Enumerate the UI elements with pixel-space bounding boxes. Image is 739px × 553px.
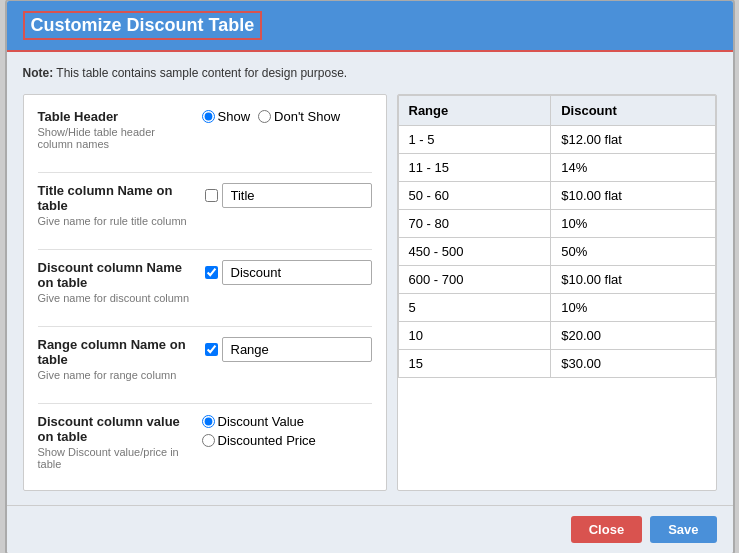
range-column-labels: Range column Name on table Give name for… <box>38 337 195 387</box>
range-column-sublabel: Give name for range column <box>38 369 195 381</box>
show-radio-text: Show <box>218 109 251 124</box>
show-radio-label[interactable]: Show <box>202 109 251 124</box>
title-column-controls <box>205 183 372 208</box>
note-content: This table contains sample content for d… <box>56 66 347 80</box>
table-header-row-el: Range Discount <box>398 95 715 125</box>
range-column-row: Range column Name on table Give name for… <box>38 337 372 387</box>
table-cell: $20.00 <box>551 321 715 349</box>
table-header-labels: Table Header Show/Hide table header colu… <box>38 109 192 156</box>
modal-container: Customize Discount Table Note: This tabl… <box>5 0 735 553</box>
table-cell: $10.00 flat <box>551 181 715 209</box>
range-column-label: Range column Name on table <box>38 337 195 367</box>
range-column-header: Range <box>398 95 551 125</box>
range-column-input[interactable] <box>222 337 372 362</box>
title-column-labels: Title column Name on table Give name for… <box>38 183 195 233</box>
discounted-price-radio-text: Discounted Price <box>218 433 316 448</box>
modal-body: Note: This table contains sample content… <box>7 52 733 505</box>
note-label: Note: <box>23 66 54 80</box>
table-cell: 50% <box>551 237 715 265</box>
table-cell: 600 - 700 <box>398 265 551 293</box>
table-cell: 1 - 5 <box>398 125 551 153</box>
discount-value-labels: Discount column value on table Show Disc… <box>38 414 192 476</box>
dont-show-radio-text: Don't Show <box>274 109 340 124</box>
close-button[interactable]: Close <box>571 516 642 543</box>
discount-value-label: Discount column value on table <box>38 414 192 444</box>
range-column-controls <box>205 337 372 362</box>
title-column-label: Title column Name on table <box>38 183 195 213</box>
table-cell: 10% <box>551 293 715 321</box>
table-cell: 11 - 15 <box>398 153 551 181</box>
table-cell: 450 - 500 <box>398 237 551 265</box>
show-radio[interactable] <box>202 110 215 123</box>
discount-value-radio-label[interactable]: Discount Value <box>202 414 304 429</box>
discount-column-sublabel: Give name for discount column <box>38 292 195 304</box>
discount-column-header: Discount <box>551 95 715 125</box>
discount-value-radio[interactable] <box>202 415 215 428</box>
title-column-row: Title column Name on table Give name for… <box>38 183 372 233</box>
table-cell: 50 - 60 <box>398 181 551 209</box>
discount-column-controls <box>205 260 372 285</box>
table-cell: $12.00 flat <box>551 125 715 153</box>
title-column-group: Title column Name on table Give name for… <box>38 183 372 233</box>
table-row: 15$30.00 <box>398 349 715 377</box>
discount-column-row: Discount column Name on table Give name … <box>38 260 372 310</box>
title-column-checkbox[interactable] <box>205 189 218 202</box>
dont-show-radio[interactable] <box>258 110 271 123</box>
discount-column-labels: Discount column Name on table Give name … <box>38 260 195 310</box>
discounted-price-radio-label[interactable]: Discounted Price <box>202 433 316 448</box>
table-row: 450 - 50050% <box>398 237 715 265</box>
show-hide-radio-group: Show Don't Show <box>202 109 341 124</box>
range-column-group: Range column Name on table Give name for… <box>38 337 372 387</box>
dont-show-radio-label[interactable]: Don't Show <box>258 109 340 124</box>
discounted-price-radio[interactable] <box>202 434 215 447</box>
table-cell: 15 <box>398 349 551 377</box>
table-row: 1 - 5$12.00 flat <box>398 125 715 153</box>
table-header-group: Table Header Show/Hide table header colu… <box>38 109 372 156</box>
discount-column-input[interactable] <box>222 260 372 285</box>
table-cell: 10 <box>398 321 551 349</box>
discount-value-controls: Discount Value Discounted Price <box>202 414 372 448</box>
modal-header: Customize Discount Table <box>7 1 733 52</box>
note-text: Note: This table contains sample content… <box>23 66 717 80</box>
table-cell: $30.00 <box>551 349 715 377</box>
table-cell: 70 - 80 <box>398 209 551 237</box>
table-header-label: Table Header <box>38 109 192 124</box>
table-cell: 5 <box>398 293 551 321</box>
table-row: 50 - 60$10.00 flat <box>398 181 715 209</box>
discount-value-group: Discount column value on table Show Disc… <box>38 414 372 476</box>
discount-column-checkbox[interactable] <box>205 266 218 279</box>
title-column-sublabel: Give name for rule title column <box>38 215 195 227</box>
title-column-input[interactable] <box>222 183 372 208</box>
discount-value-row: Discount column value on table Show Disc… <box>38 414 372 476</box>
table-cell: 10% <box>551 209 715 237</box>
discount-value-radio-text: Discount Value <box>218 414 304 429</box>
table-row: 600 - 700$10.00 flat <box>398 265 715 293</box>
preview-table-panel: Range Discount 1 - 5$12.00 flat11 - 1514… <box>397 94 717 491</box>
modal-footer: Close Save <box>7 505 733 553</box>
table-header-row: Table Header Show/Hide table header colu… <box>38 109 372 156</box>
discount-value-sublabel: Show Discount value/price in table <box>38 446 192 470</box>
left-panel: Table Header Show/Hide table header colu… <box>23 94 387 491</box>
discount-preview-table: Range Discount 1 - 5$12.00 flat11 - 1514… <box>398 95 716 378</box>
table-row: 10$20.00 <box>398 321 715 349</box>
table-row: 510% <box>398 293 715 321</box>
table-body: 1 - 5$12.00 flat11 - 1514%50 - 60$10.00 … <box>398 125 715 377</box>
table-row: 11 - 1514% <box>398 153 715 181</box>
content-area: Table Header Show/Hide table header colu… <box>23 94 717 491</box>
discount-column-label: Discount column Name on table <box>38 260 195 290</box>
range-column-checkbox[interactable] <box>205 343 218 356</box>
table-row: 70 - 8010% <box>398 209 715 237</box>
table-header-controls: Show Don't Show <box>202 109 372 124</box>
modal-title: Customize Discount Table <box>23 11 263 40</box>
save-button[interactable]: Save <box>650 516 716 543</box>
discount-value-radio-group: Discount Value Discounted Price <box>202 414 316 448</box>
table-cell: $10.00 flat <box>551 265 715 293</box>
discount-column-group: Discount column Name on table Give name … <box>38 260 372 310</box>
table-cell: 14% <box>551 153 715 181</box>
table-header-sublabel: Show/Hide table header column names <box>38 126 192 150</box>
